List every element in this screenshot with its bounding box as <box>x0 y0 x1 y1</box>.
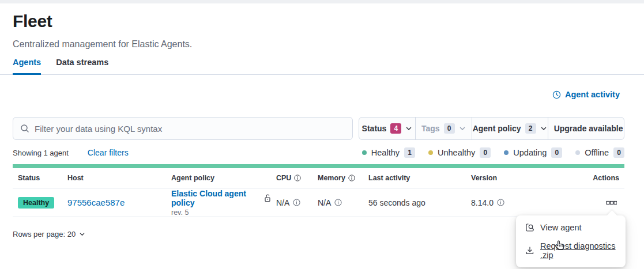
legend-healthy-label: Healthy <box>371 148 400 157</box>
host-cell: 97556cae587e <box>62 198 166 207</box>
col-cpu: CPU <box>271 174 312 182</box>
col-actions: Actions <box>575 174 624 182</box>
page-title: Fleet <box>13 12 631 31</box>
chevron-down-icon <box>540 125 547 132</box>
info-icon[interactable] <box>348 175 355 181</box>
filter-status[interactable]: Status 4 <box>359 118 416 139</box>
agents-table: Status Host Agent policy CPU Memory Last… <box>13 168 624 217</box>
col-last-activity: Last activity <box>363 174 466 182</box>
policy-revision: rev. 5 <box>171 209 189 217</box>
kql-search-box[interactable] <box>13 117 353 140</box>
legend-healthy-count: 1 <box>404 147 415 158</box>
legend-updating-count: 0 <box>551 147 562 158</box>
col-status: Status <box>13 174 62 182</box>
info-icon[interactable] <box>497 199 504 206</box>
tab-agents[interactable]: Agents <box>13 58 41 75</box>
filter-tags[interactable]: Tags 0 <box>416 118 472 139</box>
filter-upgrade-available-label: Upgrade available <box>554 124 623 133</box>
search-icon <box>20 124 29 133</box>
legend-unhealthy[interactable]: Unhealthy 0 <box>428 147 491 158</box>
boxes-horizontal-icon <box>606 200 617 205</box>
chevron-down-icon <box>459 125 466 132</box>
info-icon[interactable] <box>294 175 301 181</box>
cpu-cell: N/A <box>271 198 312 207</box>
search-input[interactable] <box>35 124 345 134</box>
filter-status-label: Status <box>362 124 387 133</box>
legend-healthy[interactable]: Healthy 1 <box>362 147 415 158</box>
status-cell: Healthy <box>13 197 62 209</box>
agent-activity-button[interactable]: Agent activity <box>552 90 620 99</box>
filter-group: Status 4 Tags 0 Agent policy 2 Upgrade a… <box>359 117 624 140</box>
info-icon[interactable] <box>334 199 342 206</box>
rows-per-page-label: Rows per page: 20 <box>13 230 76 238</box>
memory-cell: N/A <box>312 198 363 207</box>
info-icon[interactable] <box>293 199 300 206</box>
policy-cell: Elastic Cloud agent policy rev. 5 <box>166 189 271 217</box>
row-actions-button[interactable] <box>604 198 619 207</box>
version-cell: 8.14.0 <box>466 198 575 207</box>
clear-filters-link[interactable]: Clear filters <box>88 148 129 157</box>
filter-agent-policy[interactable]: Agent policy 2 <box>472 118 548 139</box>
agent-policy-link[interactable]: Elastic Cloud agent policy <box>171 189 261 207</box>
host-link[interactable]: 97556cae587e <box>67 198 125 207</box>
memory-value: N/A <box>318 198 331 207</box>
legend-offline[interactable]: Offline 0 <box>575 147 624 158</box>
filter-tags-label: Tags <box>421 124 440 133</box>
menu-item-request-diagnostics[interactable]: Request diagnostics .zip <box>516 237 626 264</box>
table-row: Healthy 97556cae587e Elastic Cloud agent… <box>13 188 624 217</box>
col-agent-policy: Agent policy <box>166 174 271 182</box>
col-version: Version <box>466 174 575 182</box>
agent-activity-label: Agent activity <box>565 90 620 99</box>
version-value: 8.14.0 <box>471 198 494 207</box>
status-legend: Healthy 1 Unhealthy 0 Updating 0 Offline… <box>362 147 624 158</box>
cpu-value: N/A <box>276 198 289 207</box>
col-memory: Memory <box>312 174 363 182</box>
view-agent-label: View agent <box>540 223 581 232</box>
tabs-bar: Agents Data streams <box>0 58 644 75</box>
healthy-dot-icon <box>362 150 367 155</box>
menu-item-view-agent[interactable]: View agent <box>516 218 626 237</box>
agents-health-bar <box>13 164 624 168</box>
legend-offline-count: 0 <box>613 147 624 158</box>
inspect-icon <box>525 223 534 232</box>
legend-unhealthy-label: Unhealthy <box>438 148 475 157</box>
legend-unhealthy-count: 0 <box>480 147 491 158</box>
chevron-down-icon <box>79 231 85 237</box>
row-actions-context-menu: View agent Request diagnostics .zip <box>516 215 626 267</box>
agent-policy-count-badge: 2 <box>525 123 536 134</box>
offline-dot-icon <box>575 150 580 155</box>
table-header-row: Status Host Agent policy CPU Memory Last… <box>13 168 624 188</box>
tab-data-streams[interactable]: Data streams <box>56 58 108 74</box>
unhealthy-dot-icon <box>428 150 433 155</box>
download-icon <box>525 246 534 255</box>
showing-count-text: Showing 1 agent <box>13 149 69 157</box>
tags-count-badge: 0 <box>444 123 455 134</box>
col-host: Host <box>62 174 166 182</box>
page-header: Fleet Centralized management for Elastic… <box>0 3 644 50</box>
toolbar: Status 4 Tags 0 Agent policy 2 Upgrade a… <box>13 117 624 140</box>
col-cpu-label: CPU <box>276 174 291 182</box>
col-memory-label: Memory <box>318 174 345 182</box>
legend-updating-label: Updating <box>513 148 547 157</box>
page-subtitle: Centralized management for Elastic Agent… <box>13 39 631 50</box>
status-count-badge: 4 <box>390 123 401 134</box>
request-diagnostics-label: Request diagnostics .zip <box>540 241 616 260</box>
updating-dot-icon <box>504 150 509 155</box>
summary-row: Showing 1 agent Clear filters Healthy 1 … <box>13 147 624 158</box>
legend-updating[interactable]: Updating 0 <box>504 147 562 158</box>
chevron-down-icon <box>405 125 412 132</box>
legend-offline-label: Offline <box>585 148 609 157</box>
lock-open-icon <box>264 194 271 202</box>
status-badge: Healthy <box>18 197 54 209</box>
filter-agent-policy-label: Agent policy <box>473 124 521 133</box>
actions-cell <box>575 198 624 207</box>
last-activity-cell: 56 seconds ago <box>363 198 466 207</box>
clock-icon <box>552 90 561 99</box>
rows-per-page-button[interactable]: Rows per page: 20 <box>13 230 85 238</box>
filter-upgrade-available[interactable]: Upgrade available <box>548 118 624 139</box>
